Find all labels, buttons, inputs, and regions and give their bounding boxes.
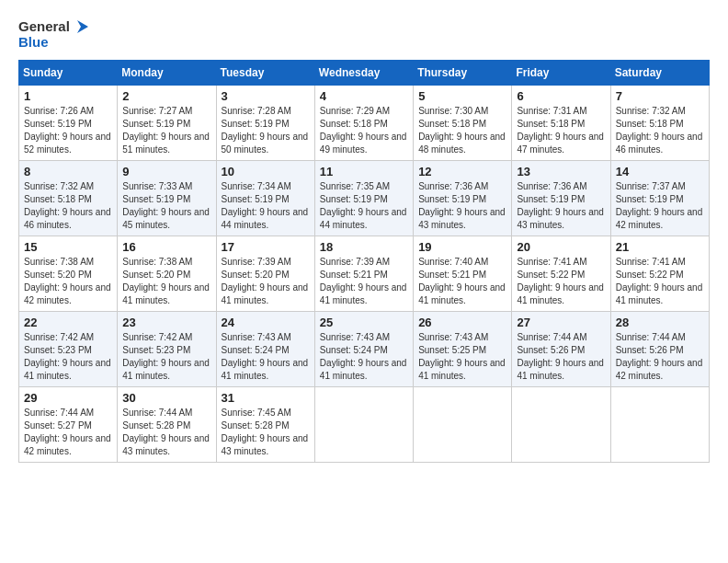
day-info: Sunrise: 7:39 AMSunset: 5:20 PMDaylight:…	[222, 257, 309, 305]
day-number: 9	[122, 165, 210, 178]
day-number: 22	[24, 316, 112, 329]
day-cell-17: 17 Sunrise: 7:39 AMSunset: 5:20 PMDaylig…	[216, 236, 314, 311]
day-number: 17	[222, 240, 310, 254]
day-number: 29	[24, 391, 112, 405]
day-cell-12: 12 Sunrise: 7:36 AMSunset: 5:19 PMDaylig…	[414, 160, 512, 236]
day-info: Sunrise: 7:31 AMSunset: 5:18 PMDaylight:…	[517, 106, 604, 155]
day-info: Sunrise: 7:44 AMSunset: 5:26 PMDaylight:…	[517, 332, 604, 381]
day-cell-24: 24 Sunrise: 7:43 AMSunset: 5:24 PMDaylig…	[216, 311, 314, 386]
calendar-week-4: 22 Sunrise: 7:42 AMSunset: 5:23 PMDaylig…	[19, 311, 710, 386]
logo-arrow-icon	[72, 18, 88, 35]
svg-marker-0	[77, 20, 88, 33]
day-info: Sunrise: 7:38 AMSunset: 5:20 PMDaylight:…	[122, 257, 210, 305]
day-info: Sunrise: 7:41 AMSunset: 5:22 PMDaylight:…	[517, 257, 604, 305]
day-number: 30	[122, 391, 210, 405]
day-info: Sunrise: 7:43 AMSunset: 5:24 PMDaylight:…	[320, 332, 407, 381]
day-info: Sunrise: 7:34 AMSunset: 5:19 PMDaylight:…	[222, 181, 309, 230]
day-cell-8: 8 Sunrise: 7:32 AMSunset: 5:18 PMDayligh…	[19, 160, 118, 236]
day-cell-7: 7 Sunrise: 7:32 AMSunset: 5:18 PMDayligh…	[610, 85, 709, 160]
day-number: 12	[418, 165, 506, 178]
day-number: 27	[517, 316, 605, 329]
day-cell-31: 31 Sunrise: 7:45 AMSunset: 5:28 PMDaylig…	[216, 386, 314, 462]
day-info: Sunrise: 7:43 AMSunset: 5:25 PMDaylight:…	[418, 332, 506, 381]
header-thursday: Thursday	[414, 60, 512, 85]
header-friday: Friday	[512, 60, 610, 85]
day-number: 1	[24, 89, 112, 103]
day-cell-15: 15 Sunrise: 7:38 AMSunset: 5:20 PMDaylig…	[19, 236, 118, 311]
day-number: 15	[24, 240, 112, 254]
day-info: Sunrise: 7:29 AMSunset: 5:18 PMDaylight:…	[320, 106, 407, 155]
header-monday: Monday	[118, 60, 216, 85]
day-number: 11	[320, 165, 408, 178]
day-number: 18	[320, 240, 408, 254]
day-info: Sunrise: 7:32 AMSunset: 5:18 PMDaylight:…	[616, 106, 703, 155]
day-info: Sunrise: 7:28 AMSunset: 5:19 PMDaylight:…	[222, 106, 309, 155]
header-tuesday: Tuesday	[216, 60, 314, 85]
day-info: Sunrise: 7:44 AMSunset: 5:28 PMDaylight:…	[122, 408, 210, 456]
day-number: 3	[222, 89, 310, 103]
day-cell-20: 20 Sunrise: 7:41 AMSunset: 5:22 PMDaylig…	[512, 236, 610, 311]
day-info: Sunrise: 7:40 AMSunset: 5:21 PMDaylight:…	[418, 257, 506, 305]
empty-cell	[610, 386, 709, 462]
day-cell-9: 9 Sunrise: 7:33 AMSunset: 5:19 PMDayligh…	[118, 160, 216, 236]
empty-cell	[414, 386, 512, 462]
calendar-week-5: 29 Sunrise: 7:44 AMSunset: 5:27 PMDaylig…	[19, 386, 710, 462]
day-info: Sunrise: 7:41 AMSunset: 5:22 PMDaylight:…	[616, 257, 703, 305]
day-cell-5: 5 Sunrise: 7:30 AMSunset: 5:18 PMDayligh…	[414, 85, 512, 160]
day-info: Sunrise: 7:44 AMSunset: 5:26 PMDaylight:…	[616, 332, 703, 381]
day-info: Sunrise: 7:42 AMSunset: 5:23 PMDaylight:…	[122, 332, 210, 381]
day-info: Sunrise: 7:36 AMSunset: 5:19 PMDaylight:…	[418, 181, 506, 230]
day-info: Sunrise: 7:36 AMSunset: 5:19 PMDaylight:…	[517, 181, 604, 230]
day-info: Sunrise: 7:33 AMSunset: 5:19 PMDaylight:…	[122, 181, 210, 230]
day-number: 7	[616, 89, 704, 103]
calendar-week-3: 15 Sunrise: 7:38 AMSunset: 5:20 PMDaylig…	[19, 236, 710, 311]
day-number: 4	[320, 89, 408, 103]
day-info: Sunrise: 7:32 AMSunset: 5:18 PMDaylight:…	[24, 181, 111, 230]
day-info: Sunrise: 7:35 AMSunset: 5:19 PMDaylight:…	[320, 181, 407, 230]
day-cell-22: 22 Sunrise: 7:42 AMSunset: 5:23 PMDaylig…	[19, 311, 118, 386]
page-header: General Blue	[18, 18, 710, 51]
day-cell-3: 3 Sunrise: 7:28 AMSunset: 5:19 PMDayligh…	[216, 85, 314, 160]
day-cell-30: 30 Sunrise: 7:44 AMSunset: 5:28 PMDaylig…	[118, 386, 216, 462]
day-info: Sunrise: 7:44 AMSunset: 5:27 PMDaylight:…	[24, 408, 111, 456]
day-number: 5	[418, 89, 506, 103]
day-number: 8	[24, 165, 112, 178]
day-cell-1: 1 Sunrise: 7:26 AMSunset: 5:19 PMDayligh…	[19, 85, 118, 160]
day-cell-13: 13 Sunrise: 7:36 AMSunset: 5:19 PMDaylig…	[512, 160, 610, 236]
day-cell-23: 23 Sunrise: 7:42 AMSunset: 5:23 PMDaylig…	[118, 311, 216, 386]
day-cell-26: 26 Sunrise: 7:43 AMSunset: 5:25 PMDaylig…	[414, 311, 512, 386]
day-cell-19: 19 Sunrise: 7:40 AMSunset: 5:21 PMDaylig…	[414, 236, 512, 311]
day-number: 20	[517, 240, 605, 254]
day-number: 2	[122, 89, 210, 103]
day-number: 10	[222, 165, 310, 178]
day-info: Sunrise: 7:39 AMSunset: 5:21 PMDaylight:…	[320, 257, 407, 305]
logo-blue: Blue	[18, 35, 49, 51]
calendar-table: Sunday Monday Tuesday Wednesday Thursday…	[18, 60, 710, 463]
day-number: 26	[418, 316, 506, 329]
day-cell-14: 14 Sunrise: 7:37 AMSunset: 5:19 PMDaylig…	[610, 160, 709, 236]
day-cell-27: 27 Sunrise: 7:44 AMSunset: 5:26 PMDaylig…	[512, 311, 610, 386]
day-number: 23	[122, 316, 210, 329]
header-wednesday: Wednesday	[314, 60, 413, 85]
day-number: 16	[122, 240, 210, 254]
day-number: 14	[616, 165, 704, 178]
header-row: Sunday Monday Tuesday Wednesday Thursday…	[19, 60, 710, 85]
day-cell-2: 2 Sunrise: 7:27 AMSunset: 5:19 PMDayligh…	[118, 85, 216, 160]
calendar-week-2: 8 Sunrise: 7:32 AMSunset: 5:18 PMDayligh…	[19, 160, 710, 236]
day-number: 25	[320, 316, 408, 329]
day-info: Sunrise: 7:27 AMSunset: 5:19 PMDaylight:…	[122, 106, 210, 155]
day-number: 6	[517, 89, 605, 103]
day-info: Sunrise: 7:43 AMSunset: 5:24 PMDaylight:…	[222, 332, 309, 381]
day-number: 19	[418, 240, 506, 254]
day-number: 24	[222, 316, 310, 329]
day-info: Sunrise: 7:37 AMSunset: 5:19 PMDaylight:…	[616, 181, 703, 230]
day-cell-4: 4 Sunrise: 7:29 AMSunset: 5:18 PMDayligh…	[314, 85, 413, 160]
day-number: 21	[616, 240, 704, 254]
day-cell-6: 6 Sunrise: 7:31 AMSunset: 5:18 PMDayligh…	[512, 85, 610, 160]
empty-cell	[314, 386, 413, 462]
day-cell-16: 16 Sunrise: 7:38 AMSunset: 5:20 PMDaylig…	[118, 236, 216, 311]
day-info: Sunrise: 7:38 AMSunset: 5:20 PMDaylight:…	[24, 257, 111, 305]
day-cell-10: 10 Sunrise: 7:34 AMSunset: 5:19 PMDaylig…	[216, 160, 314, 236]
day-cell-29: 29 Sunrise: 7:44 AMSunset: 5:27 PMDaylig…	[19, 386, 118, 462]
header-sunday: Sunday	[19, 60, 118, 85]
